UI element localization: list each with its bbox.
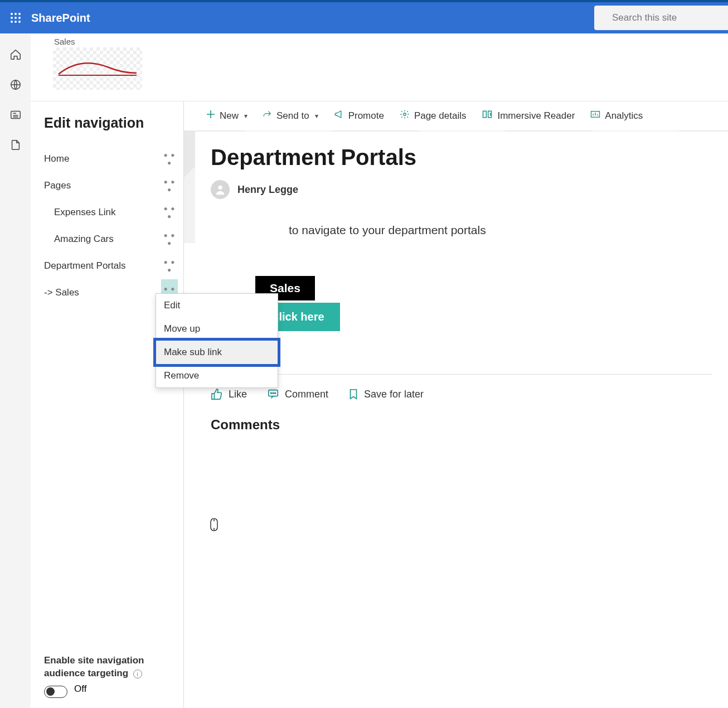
analytics-icon (590, 110, 600, 122)
user-icon (214, 183, 226, 196)
nav-item-home[interactable]: Home ● ● ● (44, 146, 183, 172)
like-icon (211, 388, 223, 400)
more-icon[interactable]: ● ● ● (161, 151, 178, 167)
audience-targeting-toggle[interactable] (44, 686, 67, 698)
content-area: New ▾ Send to ▾ Promote (184, 101, 728, 708)
svg-point-19 (275, 392, 276, 394)
cmd-label: Send to (276, 110, 309, 122)
site-header: Sales (31, 33, 728, 101)
site-name: Sales (54, 37, 728, 46)
nav-item-label: Expenses Link (54, 207, 116, 218)
page-subtitle: to navigate to your department portals (289, 224, 712, 237)
svg-rect-12 (11, 111, 20, 119)
svg-point-0 (11, 13, 13, 15)
svg-point-17 (270, 392, 271, 394)
command-bar: New ▾ Send to ▾ Promote (184, 101, 728, 130)
more-icon[interactable]: ● ● ● (161, 178, 178, 193)
page-title: Department Portals (211, 145, 712, 170)
context-menu: Edit Move up Make sub link Remove (156, 293, 278, 388)
site-logo[interactable] (53, 47, 142, 90)
svg-point-6 (11, 21, 13, 23)
menu-item-remove[interactable]: Remove (156, 364, 278, 387)
cmd-label: Page details (414, 110, 467, 122)
nav-item-label: Amazing Cars (54, 234, 114, 245)
waffle-icon (11, 13, 21, 23)
author-name[interactable]: Henry Legge (237, 184, 298, 196)
menu-item-edit[interactable]: Edit (156, 294, 278, 317)
reader-icon (482, 109, 493, 122)
svg-point-2 (18, 13, 21, 15)
nav-item-label: Department Portals (44, 260, 125, 271)
svg-point-8 (18, 21, 21, 23)
save-button[interactable]: Save for later (348, 388, 424, 400)
nav-footer: Enable site navigation audience targetin… (44, 654, 183, 708)
svg-point-7 (14, 21, 17, 23)
globe-icon[interactable] (9, 78, 22, 91)
send-to-button[interactable]: Send to ▾ (263, 110, 318, 122)
nav-item-label: Home (44, 153, 69, 164)
nav-item-expenses-link[interactable]: Expenses Link ● ● ● (44, 199, 183, 226)
chevron-down-icon: ▾ (244, 112, 247, 120)
bookmark-icon (348, 388, 358, 400)
megaphone-icon (334, 110, 344, 122)
nav-item-pages[interactable]: Pages ● ● ● (44, 172, 183, 199)
top-bar: SharePoint (0, 2, 728, 33)
car-logo-icon (56, 57, 139, 80)
audience-targeting-label: Enable site navigation audience targetin… (44, 655, 144, 678)
more-icon[interactable]: ● ● ● (161, 258, 178, 274)
svg-point-4 (14, 17, 17, 19)
svg-point-15 (218, 186, 222, 190)
page-details-button[interactable]: Page details (400, 109, 467, 122)
cmd-label: Promote (348, 110, 384, 122)
plus-icon (206, 110, 215, 122)
like-button[interactable]: Like (211, 388, 247, 400)
cmd-label: Analytics (605, 110, 643, 122)
comment-label: Comment (285, 389, 328, 400)
edit-navigation-panel: Edit navigation Home ● ● ● Pages ● ● ● E… (31, 101, 184, 708)
new-button[interactable]: New ▾ (206, 110, 247, 122)
gear-icon (400, 109, 410, 122)
file-icon[interactable] (9, 138, 22, 152)
department-tile: Sales Click here (232, 269, 712, 358)
cmd-label: New (220, 110, 239, 122)
nav-item-label: -> Sales (44, 287, 79, 298)
svg-point-18 (273, 392, 274, 394)
toggle-state-label: Off (74, 683, 86, 695)
cmd-label: Immersive Reader (497, 110, 575, 122)
like-label: Like (229, 389, 247, 400)
more-icon[interactable]: ● ● ● (161, 231, 178, 247)
panel-title: Edit navigation (44, 115, 183, 131)
save-label: Save for later (364, 389, 424, 400)
page-actions: Like Comment Save for later (211, 388, 712, 400)
svg-rect-16 (269, 390, 278, 396)
svg-point-13 (404, 113, 406, 116)
promote-button[interactable]: Promote (334, 110, 384, 122)
menu-item-move-up[interactable]: Move up (156, 317, 278, 341)
svg-point-5 (18, 17, 21, 19)
nav-item-label: Pages (44, 180, 71, 191)
avatar[interactable] (211, 180, 230, 199)
more-icon[interactable]: ● ● ● (161, 205, 178, 220)
comment-button[interactable]: Comment (267, 388, 328, 400)
search-input[interactable] (612, 12, 728, 23)
divider (211, 374, 712, 375)
comments-heading: Comments (211, 417, 712, 433)
left-rail (0, 33, 31, 708)
search-box[interactable] (594, 6, 728, 30)
info-icon[interactable]: i (133, 670, 142, 678)
home-icon[interactable] (9, 48, 22, 61)
author-row: Henry Legge (211, 180, 712, 199)
app-launcher[interactable] (0, 13, 31, 23)
menu-item-make-sub-link[interactable]: Make sub link (156, 341, 278, 364)
comment-icon (267, 388, 279, 400)
news-icon[interactable] (9, 108, 22, 122)
svg-point-1 (14, 13, 17, 15)
chevron-down-icon: ▾ (315, 112, 318, 120)
analytics-button[interactable]: Analytics (590, 110, 643, 122)
svg-point-3 (11, 17, 13, 19)
share-icon (263, 110, 272, 122)
nav-item-department-portals[interactable]: Department Portals ● ● ● (44, 253, 183, 279)
nav-item-amazing-cars[interactable]: Amazing Cars ● ● ● (44, 226, 183, 253)
immersive-reader-button[interactable]: Immersive Reader (482, 109, 575, 122)
brand-label[interactable]: SharePoint (31, 12, 90, 25)
